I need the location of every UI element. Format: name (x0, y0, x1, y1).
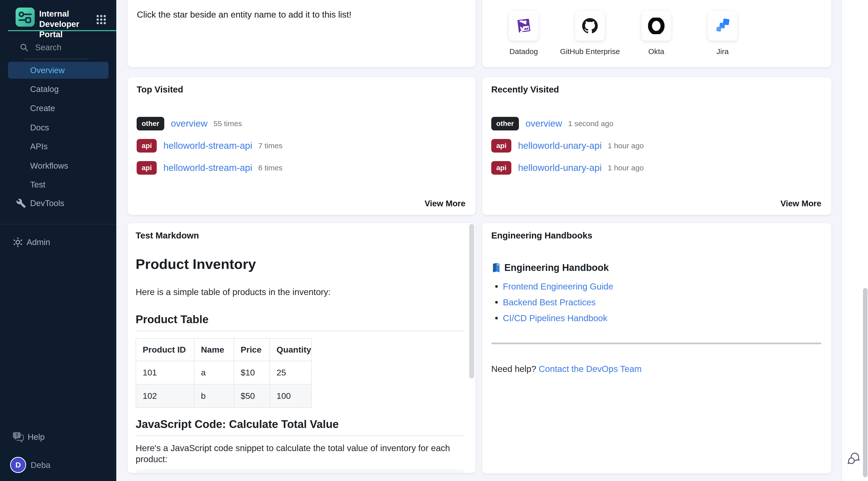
page-scrollbar-thumb[interactable] (863, 288, 868, 477)
col-header: Product ID (136, 338, 194, 361)
card-title: Top Visited (136, 85, 183, 94)
search-input[interactable]: Search (35, 43, 62, 52)
user-name[interactable]: Deba (31, 460, 51, 470)
contact-devops-link[interactable]: Contact the DevOps Team (539, 364, 642, 374)
okta-icon (642, 11, 671, 41)
kind-badge: api (136, 139, 157, 153)
card-scrollbar-thumb[interactable] (469, 224, 474, 379)
col-header: Quantity (270, 338, 311, 361)
sliders-logo-icon (16, 7, 35, 27)
avatar[interactable]: D (10, 457, 26, 473)
right-rail (841, 0, 868, 481)
visit-count: 7 times (258, 142, 283, 150)
list-item: Frontend Engineering Guide (491, 279, 821, 295)
markdown-h2-js-code: JavaScript Code: Calculate Total Value (135, 418, 464, 436)
cell: 101 (136, 361, 194, 384)
cell: a (194, 361, 234, 384)
handbook-link-cicd[interactable]: CI/CD Pipelines Handbook (503, 313, 607, 323)
view-more-button[interactable]: View More (425, 199, 465, 208)
engineering-handbooks-card: Engineering Handbooks Engineering Handbo… (482, 223, 831, 474)
sidebar-item-workflows[interactable]: Workflows (30, 161, 68, 172)
table-row: 102 b $50 100 (136, 384, 311, 408)
col-header: Name (194, 338, 234, 361)
svg-text:?: ? (15, 433, 18, 438)
kind-badge: other (136, 117, 164, 130)
sidebar-search[interactable]: Search (20, 43, 62, 52)
handbook-links-list: Frontend Engineering Guide Backend Best … (491, 279, 821, 327)
sidebar-item-help[interactable]: ? Help (12, 431, 45, 443)
sidebar-item-docs[interactable]: Docs (30, 123, 49, 134)
portal-logo-icon[interactable] (16, 7, 35, 27)
starred-entities-card: Click the star beside an entity name to … (128, 0, 475, 67)
table-row: 101 a $10 25 (136, 361, 311, 384)
visited-row: api helloworld-stream-api 6 times (136, 161, 283, 175)
integrations-row: Datadog GitHub Enterprise Okta (482, 11, 831, 56)
sidebar-item-catalog[interactable]: Catalog (30, 84, 59, 96)
list-item: CI/CD Pipelines Handbook (491, 311, 821, 327)
integration-jira[interactable]: Jira (708, 11, 737, 56)
apps-grid-icon[interactable] (96, 14, 107, 26)
markdown-paragraph: Here's a JavaScript code snippet to calc… (135, 443, 457, 465)
sidebar-item-overview[interactable]: Overview (8, 62, 108, 79)
test-markdown-card: Test Markdown Product Inventory Here is … (128, 223, 475, 473)
entity-link[interactable]: helloworld-unary-api (518, 162, 601, 173)
gear-icon (12, 237, 23, 247)
portal-title: Internal Developer Portal (39, 8, 93, 39)
col-header: Price (234, 338, 270, 361)
kind-badge: api (136, 161, 157, 175)
blue-book-icon (491, 263, 501, 273)
integration-github[interactable]: GitHub Enterprise (575, 11, 605, 56)
cell: $50 (234, 384, 270, 408)
sidebar-item-devtools[interactable]: DevTools (16, 198, 64, 208)
visited-row: api helloworld-stream-api 7 times (136, 139, 283, 153)
sidebar-item-test[interactable]: Test (30, 180, 45, 191)
list-item: Backend Best Practices (491, 295, 821, 311)
card-title: Test Markdown (135, 230, 464, 241)
sidebar-item-admin[interactable]: Admin (12, 237, 50, 247)
handbook-link-frontend[interactable]: Frontend Engineering Guide (503, 281, 613, 291)
sidebar-divider (0, 224, 116, 224)
handbook-link-backend[interactable]: Backend Best Practices (503, 297, 596, 307)
markdown-paragraph: Here is a simple table of products in th… (135, 287, 464, 298)
entity-link[interactable]: helloworld-unary-api (518, 141, 601, 151)
cell: 25 (270, 361, 311, 384)
view-more-button[interactable]: View More (780, 199, 821, 208)
help-chat-icon: ? (12, 431, 25, 443)
sidebar-item-create[interactable]: Create (30, 103, 55, 115)
entity-link[interactable]: overview (525, 118, 562, 129)
visit-count: 55 times (214, 119, 242, 128)
app-window: Internal Developer Portal Search Overvie… (0, 0, 868, 481)
starred-empty-message: Click the star beside an entity name to … (137, 9, 351, 20)
visit-time: 1 hour ago (608, 142, 644, 150)
visited-row: other overview 1 second ago (491, 117, 613, 131)
kind-badge: api (491, 139, 512, 153)
chat-bubbles-icon[interactable] (847, 452, 861, 467)
card-title: Recently Visited (491, 85, 559, 94)
datadog-icon (509, 11, 538, 41)
kind-badge: api (491, 161, 512, 175)
integration-okta[interactable]: Okta (642, 11, 671, 56)
kind-badge: other (491, 117, 519, 130)
entity-link[interactable]: helloworld-stream-api (163, 141, 252, 151)
entity-link[interactable]: helloworld-stream-api (163, 162, 252, 173)
divider (491, 342, 821, 344)
jira-icon (708, 11, 737, 41)
code-block: const products = [ (135, 469, 464, 473)
top-visited-card: Top Visited other overview 55 times api … (128, 78, 475, 215)
visit-count: 6 times (258, 163, 283, 172)
cell: 102 (136, 384, 194, 408)
visited-row: api helloworld-unary-api 1 hour ago (491, 139, 644, 153)
search-underline (24, 59, 89, 59)
product-table: Product ID Name Price Quantity 101 a $10… (135, 338, 312, 408)
integration-label: GitHub Enterprise (560, 47, 620, 56)
markdown-h2-product-table: Product Table (135, 313, 464, 331)
wrench-icon (16, 198, 26, 208)
integration-label: Okta (648, 47, 664, 56)
entity-link[interactable]: overview (171, 118, 208, 129)
markdown-h1: Product Inventory (135, 256, 464, 272)
visited-row: other overview 55 times (136, 117, 242, 131)
integration-datadog[interactable]: Datadog (509, 11, 538, 56)
cell: $10 (234, 361, 270, 384)
sidebar-item-apis[interactable]: APIs (30, 142, 48, 153)
integrations-card: Datadog GitHub Enterprise Okta (482, 0, 831, 67)
